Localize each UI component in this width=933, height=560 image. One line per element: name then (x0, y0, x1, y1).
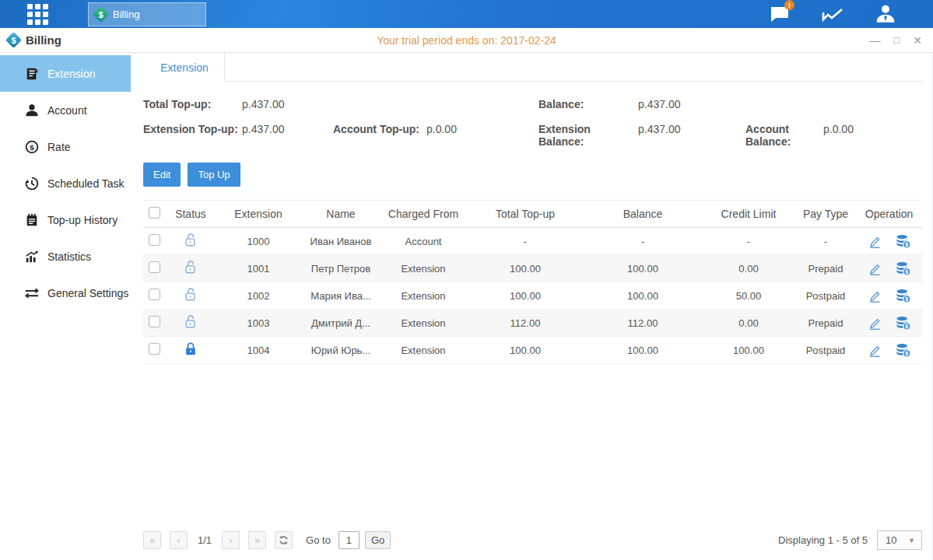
notification-badge: ! (784, 0, 794, 10)
maximize-button[interactable]: □ (893, 35, 900, 45)
column-status: Status (167, 208, 215, 220)
name-cell: Дмитрий Д... (302, 317, 380, 329)
top-up-row-icon[interactable]: $ (896, 316, 911, 331)
name-cell: Мария Ива... (302, 290, 380, 302)
sidebar-item-scheduled-task[interactable]: Scheduled Task (0, 165, 131, 201)
charged-from-cell: Extension (380, 345, 467, 356)
column-total-topup: Total Top-up (467, 208, 584, 220)
row-checkbox[interactable] (149, 316, 160, 327)
sidebar-item-general-settings[interactable]: General Settings (0, 275, 131, 311)
row-checkbox[interactable] (149, 343, 160, 355)
first-page-button[interactable]: « (143, 531, 161, 549)
prev-page-button[interactable]: ‹ (170, 531, 188, 549)
total-topup-cell: 112.00 (467, 317, 584, 329)
top-up-row-icon[interactable]: $ (896, 234, 911, 249)
table-row[interactable]: 1001 Петр Петров Extension 100.00 100.00… (143, 255, 922, 282)
column-operation: Operation (856, 208, 922, 220)
credit-limit-cell: 0.00 (702, 317, 795, 329)
extension-table: Status Extension Name Charged From Total… (143, 200, 922, 364)
sidebar-item-extension[interactable]: Extension (0, 55, 131, 92)
summary-extension-topup: Extension Top-up: p.437.00 (143, 123, 333, 148)
column-pay-type: Pay Type (795, 208, 856, 220)
window-title-bar: $ Billing Your trial period ends on: 201… (0, 28, 933, 53)
svg-text:$: $ (905, 323, 908, 330)
trial-notice: Your trial period ends on: 2017-02-24 (0, 34, 933, 47)
row-checkbox[interactable] (149, 234, 160, 246)
bar-chart-icon (25, 250, 39, 264)
summary-account-topup: Account Top-up: p.0.00 (333, 123, 538, 148)
column-name: Name (302, 208, 380, 220)
credit-limit-cell: 100.00 (702, 345, 795, 356)
extension-cell: 1004 (215, 345, 302, 356)
credit-limit-cell: - (702, 236, 795, 247)
resource-monitor-icon[interactable] (821, 4, 844, 24)
pay-type-cell: Postpaid (795, 290, 856, 302)
taskbar-item-billing[interactable]: $ Billing (88, 2, 206, 26)
edit-row-icon[interactable] (868, 343, 882, 358)
taskbar-item-label: Billing (113, 9, 140, 20)
balance-cell: 100.00 (584, 263, 702, 275)
edit-row-icon[interactable] (868, 261, 882, 276)
last-page-button[interactable]: » (248, 531, 266, 549)
dollar-circle-icon: $ (25, 140, 39, 154)
table-row[interactable]: 1004 Юрий Юрь... Extension 100.00 100.00… (143, 337, 922, 364)
svg-text:$: $ (905, 241, 908, 248)
lock-open-icon (184, 260, 198, 275)
edit-row-icon[interactable] (868, 234, 882, 249)
pay-type-cell: Prepaid (795, 263, 856, 275)
table-row[interactable]: 1002 Мария Ива... Extension 100.00 100.0… (143, 282, 922, 310)
displaying-text: Displaying 1 - 5 of 5 (778, 534, 868, 546)
refresh-button[interactable] (275, 531, 293, 549)
billing-dollar-icon: $ (93, 5, 109, 22)
app-launcher-icon[interactable] (27, 4, 54, 24)
ledger-icon (25, 67, 39, 81)
lock-open-icon (184, 287, 198, 302)
column-credit-limit: Credit Limit (702, 208, 795, 220)
extension-cell: 1000 (215, 236, 302, 247)
top-up-row-icon[interactable]: $ (896, 343, 911, 358)
goto-page-input[interactable] (338, 531, 360, 549)
status-cell (167, 287, 215, 304)
row-checkbox[interactable] (149, 261, 160, 273)
billing-window-icon: $ (5, 32, 22, 48)
sidebar-item-label: Rate (47, 141, 71, 153)
total-topup-cell: - (467, 236, 584, 247)
select-all-checkbox[interactable] (149, 207, 160, 219)
clock-history-icon (25, 177, 39, 191)
sidebar-item-rate[interactable]: $ Rate (0, 128, 131, 165)
status-cell (167, 314, 215, 331)
summary-extension-balance: Extension Balance: p.437.00 (538, 123, 745, 148)
sidebar-item-topup-history[interactable]: Top-up History (0, 201, 131, 238)
lock-closed-icon (184, 341, 198, 356)
table-row[interactable]: 1000 Иван Иванов Account - - - - $ (143, 228, 922, 255)
edit-row-icon[interactable] (868, 289, 882, 303)
sidebar-item-account[interactable]: Account (0, 92, 131, 128)
table-body: 1000 Иван Иванов Account - - - - $ (143, 228, 922, 364)
sidebar: Extension Account $ Rate Scheduled Task (0, 53, 131, 560)
name-cell: Юрий Юрь... (302, 345, 380, 356)
tab-extension[interactable]: Extension (145, 53, 225, 82)
page-size-select[interactable]: 10 ▼ (877, 530, 922, 550)
edit-row-icon[interactable] (868, 316, 882, 331)
row-checkbox[interactable] (149, 289, 160, 300)
top-up-row-icon[interactable]: $ (896, 261, 911, 276)
go-button[interactable]: Go (365, 531, 391, 549)
content-area: Extension Total Top-up: p.437.00 Balance… (131, 53, 933, 560)
top-up-button[interactable]: Top Up (188, 163, 240, 187)
arrows-exchange-icon (25, 286, 39, 300)
charged-from-cell: Extension (380, 263, 467, 275)
table-row[interactable]: 1003 Дмитрий Д... Extension 112.00 112.0… (143, 310, 922, 337)
top-up-row-icon[interactable]: $ (896, 289, 911, 303)
notifications-chat-icon[interactable]: ! (768, 4, 791, 24)
edit-button[interactable]: Edit (143, 163, 181, 187)
sidebar-item-statistics[interactable]: Statistics (0, 238, 131, 275)
close-button[interactable]: ✕ (913, 35, 922, 46)
svg-text:$: $ (905, 350, 908, 357)
balance-summary: Total Top-up: p.437.00 Balance: p.437.00… (143, 98, 922, 148)
notebook-icon (25, 213, 39, 227)
credit-limit-cell: 50.00 (702, 290, 795, 302)
minimize-button[interactable]: — (869, 35, 880, 46)
user-account-icon[interactable] (874, 4, 897, 24)
charged-from-cell: Extension (380, 290, 467, 302)
next-page-button[interactable]: › (222, 531, 240, 549)
